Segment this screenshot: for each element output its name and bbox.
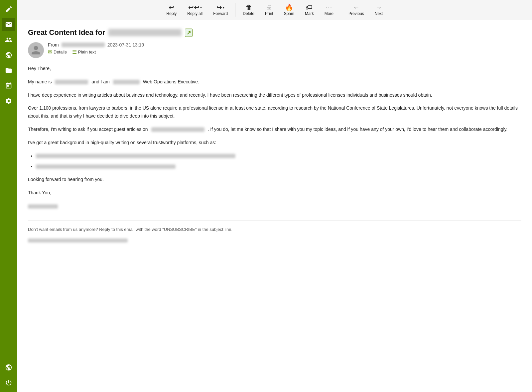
print-icon: 🖨: [266, 4, 272, 11]
name-blurred: [55, 80, 88, 84]
details-icon: ✉: [48, 49, 52, 55]
next-icon: →: [375, 4, 382, 11]
sidebar-item-contacts[interactable]: [2, 33, 15, 47]
reply-button[interactable]: ↩ Reply: [162, 2, 182, 18]
intro-line: My name is and I am Web Operations Execu…: [28, 78, 521, 86]
body-para2: Over 1,100 professions, from lawyers to …: [28, 104, 521, 120]
toolbar-separator-2: [341, 3, 341, 17]
print-button[interactable]: 🖨 Print: [260, 2, 278, 18]
body-para3-suffix: . If you do, let me know so that I share…: [207, 127, 507, 132]
delete-icon: 🗑: [245, 4, 252, 11]
greeting: Hey There,: [28, 65, 521, 73]
unsubscribe-text: Don't want emails from us anymore? Reply…: [28, 226, 521, 233]
meta-from: From 2023-07-31 13:19: [48, 42, 144, 48]
platform-2-blurred: [36, 164, 176, 169]
from-label: From: [48, 42, 59, 48]
body-line1-prefix: My name is: [28, 79, 52, 84]
email-body: Hey There, My name is and I am Web Opera…: [28, 65, 521, 243]
reply-all-arrow: ▾: [200, 6, 202, 9]
footer-blurred: [28, 239, 128, 243]
body-line1-end: Web Operations Executive.: [143, 79, 199, 84]
platform-list: [36, 152, 521, 171]
email-date: 2023-07-31 13:19: [107, 42, 144, 48]
url-blurred: [151, 127, 204, 132]
delete-button[interactable]: 🗑 Delete: [238, 2, 259, 18]
more-icon: ···: [326, 4, 332, 11]
email-area: Great Content Idea for ↗ From 2023-07-31…: [17, 20, 532, 392]
toolbar-separator-1: [235, 3, 235, 17]
forward-arrow: ▾: [223, 6, 224, 9]
email-subject: Great Content Idea for ↗: [28, 28, 521, 37]
sidebar-item-groups[interactable]: [2, 49, 15, 62]
meta-actions: ✉ Details ☰ Plain text: [48, 49, 144, 55]
reply-all-button[interactable]: ↩↩ ▾ Reply all: [183, 2, 207, 18]
sign-off: Thank You,: [28, 189, 521, 197]
body-para3-prefix: Therefore, I'm writing to ask if you acc…: [28, 127, 148, 132]
toolbar: ↩ Reply ↩↩ ▾ Reply all ↪ ▾ Forward 🗑 Del…: [17, 0, 532, 20]
body-para3: Therefore, I'm writing to ask if you acc…: [28, 126, 521, 134]
reply-icon: ↩: [169, 4, 174, 11]
reply-all-icon: ↩↩: [188, 4, 200, 11]
platform-1-blurred: [36, 154, 235, 158]
meta-details: From 2023-07-31 13:19 ✉ Details ☰ Plain …: [48, 42, 144, 55]
more-button[interactable]: ··· More: [320, 2, 338, 18]
plain-text-button[interactable]: ☰ Plain text: [72, 49, 96, 55]
sidebar-item-power[interactable]: [2, 376, 15, 389]
subject-prefix: Great Content Idea for: [28, 28, 105, 37]
plain-text-icon: ☰: [72, 49, 77, 55]
body-para4: I've got a great background in high-qual…: [28, 139, 521, 147]
body-line1-suffix: and I am: [91, 79, 109, 84]
sidebar-item-compose[interactable]: [2, 3, 15, 16]
details-button[interactable]: ✉ Details: [48, 49, 67, 55]
mark-icon: 🏷: [306, 4, 313, 11]
external-link-icon[interactable]: ↗: [185, 29, 193, 37]
sidebar: [0, 0, 17, 392]
mark-button[interactable]: 🏷 Mark: [300, 2, 319, 18]
body-para1: I have deep experience in writing articl…: [28, 91, 521, 99]
previous-button[interactable]: ← Previous: [344, 2, 369, 18]
sidebar-item-settings[interactable]: [2, 94, 15, 108]
main-area: ↩ Reply ↩↩ ▾ Reply all ↪ ▾ Forward 🗑 Del…: [17, 0, 532, 392]
subject-blurred: [108, 29, 182, 36]
avatar: [28, 42, 44, 58]
spam-icon: 🔥: [285, 4, 293, 11]
details-label: Details: [54, 49, 67, 54]
next-button[interactable]: → Next: [370, 2, 388, 18]
spam-button[interactable]: 🔥 Spam: [279, 2, 299, 18]
forward-icon: ↪: [216, 4, 222, 11]
sidebar-item-calendar[interactable]: [2, 79, 15, 92]
unsubscribe-section: Don't want emails from us anymore? Reply…: [28, 220, 521, 243]
previous-icon: ←: [353, 4, 359, 11]
closing: Looking forward to hearing from you.: [28, 176, 521, 184]
sidebar-item-mail[interactable]: [2, 18, 15, 31]
sender-blurred: [62, 43, 105, 47]
role-blurred: [113, 80, 140, 84]
list-item-2: [36, 162, 521, 170]
sidebar-item-globe[interactable]: [2, 361, 15, 374]
sidebar-item-files[interactable]: [2, 64, 15, 77]
list-item-1: [36, 152, 521, 160]
email-meta: From 2023-07-31 13:19 ✉ Details ☰ Plain …: [28, 42, 521, 58]
forward-button[interactable]: ↪ ▾ Forward: [208, 2, 232, 18]
sig-blurred: [28, 204, 58, 209]
plain-text-label: Plain text: [78, 49, 96, 54]
signature-blurred: [28, 202, 521, 210]
